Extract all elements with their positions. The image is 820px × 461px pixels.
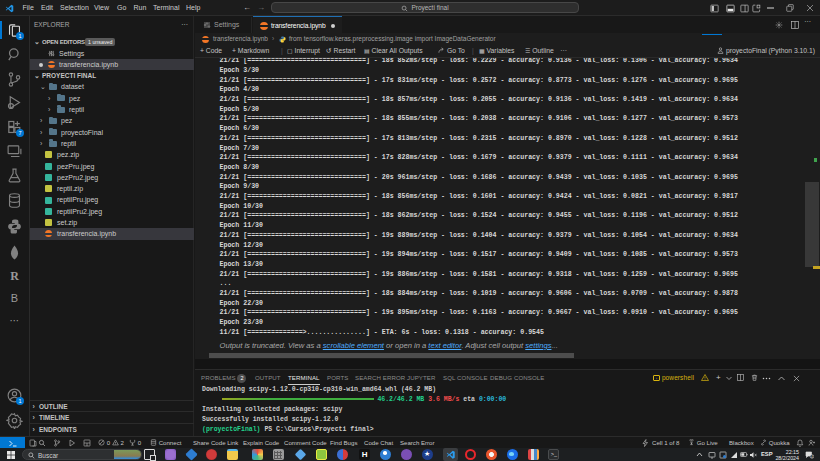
svg-text:4: 4 [811, 454, 813, 458]
